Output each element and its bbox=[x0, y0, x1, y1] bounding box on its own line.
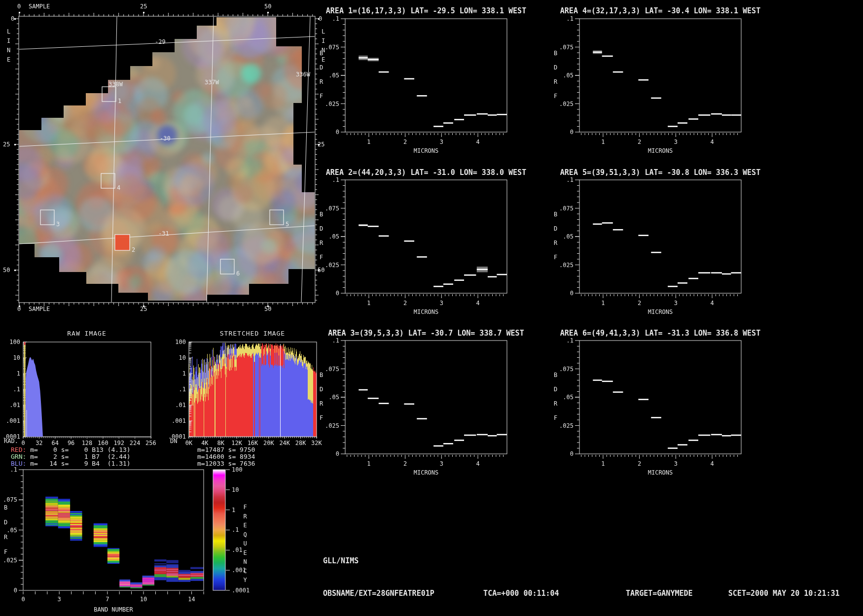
raw-hist-red-cap bbox=[24, 342, 26, 345]
tick-dot bbox=[143, 12, 144, 13]
colorbar-tick-label: 1 bbox=[232, 507, 235, 513]
y-tick-label: .05 bbox=[328, 394, 339, 401]
map-right-tick-label: 50 bbox=[318, 267, 324, 274]
meta-instrument: GLL/NIMS bbox=[323, 555, 840, 566]
y-tick-label: 0 bbox=[570, 450, 574, 457]
tick-dot bbox=[14, 270, 16, 271]
tick-dot bbox=[267, 12, 269, 13]
x-tick-label: 16K bbox=[248, 440, 258, 446]
x-tick-label: 12K bbox=[231, 440, 242, 446]
rad-axis-title: RAD. bbox=[4, 438, 18, 445]
raw-hist-blue-profile bbox=[25, 357, 43, 437]
band-stat-row: BLU: m= 14 s= 9 B4 (1.31) bbox=[11, 460, 131, 467]
band-stat-values: m= 0 s= 0 B13 (4.13) bbox=[26, 446, 130, 453]
y-tick-label: .025 bbox=[559, 262, 574, 269]
y-tick-label: .075 bbox=[325, 44, 339, 51]
x-tick-label: 2 bbox=[403, 460, 407, 467]
y-tick-label: .1 bbox=[332, 176, 339, 183]
spectrum-frame bbox=[579, 341, 741, 454]
y-tick-label: .05 bbox=[6, 527, 17, 534]
bdrf-axis-title: B D R F bbox=[554, 46, 557, 103]
tick-dot bbox=[14, 18, 16, 20]
x-tick-label: 10 bbox=[140, 596, 147, 603]
area-box-label: 3 bbox=[56, 221, 60, 228]
band-stat-values: m= 2 s= 1 B7 (2.44) bbox=[26, 453, 130, 460]
tick-dot bbox=[19, 12, 20, 13]
x-tick-label: 1 bbox=[367, 460, 370, 467]
y-tick-label: .025 bbox=[325, 101, 339, 107]
y-tick-label: 0 bbox=[570, 129, 574, 136]
x-tick-label: 1 bbox=[367, 300, 370, 307]
raw-image-histogram-title: RAW IMAGE bbox=[37, 330, 136, 337]
parallel-label: -29 bbox=[155, 38, 166, 45]
colorbar-tick-label: 100 bbox=[232, 466, 243, 473]
x-tick-label: 2 bbox=[403, 138, 407, 145]
microns-axis-title: MICRONS bbox=[648, 147, 673, 154]
area4-plot-title: AREA 4=(32,17,3,3) LAT= -30.4 LON= 338.1… bbox=[547, 6, 774, 15]
y-tick-label: .05 bbox=[328, 233, 339, 240]
meridian-label: 337W bbox=[205, 79, 219, 86]
y-tick-label: .1 bbox=[567, 337, 574, 344]
x-tick-label: 24K bbox=[279, 440, 290, 446]
y-tick-label: .05 bbox=[563, 394, 574, 401]
y-tick-label: .1 bbox=[332, 15, 339, 22]
y-tick-label: .075 bbox=[559, 205, 574, 212]
area1-plot-title: AREA 1=(16,17,3,3) LAT= -29.5 LON= 338.1… bbox=[313, 6, 539, 15]
map-top-tick-label: 50 bbox=[264, 3, 271, 10]
colorbar-tick-label: 10 bbox=[232, 486, 239, 493]
y-tick-label: 1 bbox=[182, 370, 186, 377]
parallel-label: -30 bbox=[160, 135, 171, 142]
y-tick-label: .025 bbox=[325, 422, 339, 429]
x-tick-label: 32 bbox=[36, 440, 42, 446]
y-tick-label: .01 bbox=[175, 402, 186, 409]
parallel-label: -31 bbox=[158, 230, 169, 237]
y-tick-label: 0 bbox=[14, 587, 17, 594]
x-tick-label: 32K bbox=[311, 440, 322, 446]
x-tick-label: 224 bbox=[130, 440, 141, 446]
x-tick-label: 0K bbox=[185, 440, 193, 446]
bdrf-axis-title: B D R F bbox=[320, 46, 323, 103]
y-tick-label: .1 bbox=[10, 466, 17, 473]
x-tick-label: 20K bbox=[263, 440, 274, 446]
y-tick-label: .025 bbox=[559, 101, 574, 107]
x-tick-label: 4 bbox=[710, 460, 714, 467]
x-tick-label: 3 bbox=[440, 460, 443, 467]
x-tick-label: 14 bbox=[188, 596, 195, 603]
y-tick-label: .075 bbox=[559, 366, 574, 373]
bdrf-axis-title: B D R F bbox=[320, 368, 323, 425]
map-right-tick-label: 25 bbox=[318, 141, 324, 148]
x-tick-label: 3 bbox=[674, 138, 678, 145]
x-tick-label: 3 bbox=[674, 300, 678, 307]
map-left-tick-label: 25 bbox=[3, 141, 10, 148]
x-tick-label: 7 bbox=[106, 596, 109, 603]
y-tick-label: .05 bbox=[563, 233, 574, 240]
meta-obsname: OBSNAME/EXT=28GNFEATRE01P TCA=+000 00:11… bbox=[323, 588, 840, 599]
stretch-stat-row: m=12033 s= 7636 bbox=[197, 460, 255, 467]
map-left-axis-title: L I N E bbox=[7, 27, 10, 65]
stretched-histogram-canvas bbox=[189, 342, 317, 437]
x-tick-label: 2 bbox=[638, 460, 641, 467]
stretch-stat-row: m=14600 s= 8934 bbox=[197, 453, 255, 460]
x-tick-label: 128 bbox=[82, 440, 93, 446]
x-tick-label: 4 bbox=[476, 138, 479, 145]
microns-axis-title: MICRONS bbox=[414, 308, 439, 315]
y-tick-label: .1 bbox=[567, 15, 574, 22]
y-tick-label: .075 bbox=[325, 205, 339, 212]
x-tick-label: 4 bbox=[710, 300, 714, 307]
map-bottom-tick-label: 0 bbox=[17, 306, 21, 312]
ganymede-map-image bbox=[19, 17, 315, 302]
x-tick-label: 3 bbox=[674, 460, 678, 467]
raw-hist-frame bbox=[23, 342, 151, 437]
raw-image-band-stats: RED: m= 0 s= 0 B13 (4.13)GRN: m= 2 s= 1 … bbox=[11, 446, 131, 467]
error-box bbox=[359, 224, 367, 226]
raw-hist-yellow-spike bbox=[24, 345, 26, 437]
frequency-colorbar bbox=[213, 470, 225, 590]
y-tick-label: 1 bbox=[17, 370, 20, 377]
stretch-stat-row: m=17487 s= 9750 bbox=[197, 446, 255, 453]
spectrum-frame bbox=[345, 19, 507, 132]
area5-plot-title: AREA 5=(39,51,3,3) LAT= -30.8 LON= 336.3… bbox=[547, 168, 774, 177]
stretched-image-stats: m=17487 s= 9750m=14600 s= 8934m=12033 s=… bbox=[197, 446, 255, 467]
map-top-tick-label: 0 bbox=[17, 3, 21, 10]
x-tick-label: 28K bbox=[295, 440, 306, 446]
area-box-label: 1 bbox=[118, 98, 121, 104]
